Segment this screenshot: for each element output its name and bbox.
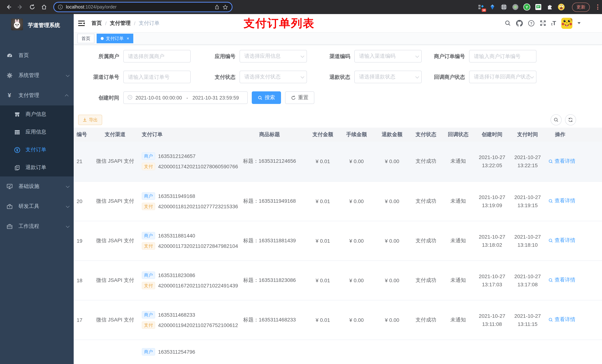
- sidebar-item-app-info[interactable]: 应用信息: [0, 123, 74, 141]
- close-icon[interactable]: ×: [127, 36, 129, 41]
- extension-recorder-icon[interactable]: [512, 3, 519, 11]
- sidebar-item-label: 系统管理: [19, 72, 60, 79]
- share-icon[interactable]: [214, 4, 220, 10]
- view-detail-link[interactable]: 查看详情: [548, 158, 575, 165]
- refund-status-select[interactable]: 请选择退款状态: [354, 71, 422, 83]
- filter-form: 所属商户 应用编号 请选择应用信息 渠道编码 请输入渠道编码 商户订单编号: [74, 45, 602, 112]
- actions-cell: 查看详情: [545, 181, 602, 221]
- pay-order-cell: 商户1635311881440 支付4200001173202110272847…: [139, 221, 232, 260]
- pay-time: 2021-10-2713:11:15: [510, 300, 545, 340]
- fullscreen-icon[interactable]: [540, 20, 546, 26]
- merchant-input[interactable]: [123, 50, 191, 62]
- sidebar-item-label: 研发工具: [19, 203, 60, 210]
- pay-tag: 支付: [142, 242, 155, 250]
- breadcrumb-home[interactable]: 首页: [91, 20, 102, 26]
- product-title: 标题：1635311823086: [232, 260, 307, 300]
- notify-status-select[interactable]: 请选择订单回调商户状态: [469, 71, 537, 83]
- view-detail-link[interactable]: 查看详情: [548, 277, 575, 283]
- filter-refund-status: 退款状态 请选择退款状态: [317, 71, 422, 83]
- sidebar-item-system[interactable]: 系统管理: [0, 65, 74, 85]
- notify-status: 未通知: [442, 181, 474, 221]
- pay-tag: 支付: [142, 203, 155, 210]
- address-bar[interactable]: localhost:1024/pay/order: [53, 2, 233, 12]
- sidebar-item-infrastructure[interactable]: 基础设施: [0, 177, 74, 197]
- forward-icon[interactable]: [16, 2, 25, 12]
- sidebar-item-dev-tools[interactable]: 研发工具: [0, 197, 74, 216]
- sidebar-item-label: 退款订单: [26, 164, 46, 171]
- github-icon[interactable]: [516, 20, 523, 26]
- actions-cell: 查看详情: [545, 300, 602, 340]
- toolbox-icon: [6, 203, 13, 209]
- browser-chrome: localhost:1024/pay/order 10 Y: [0, 0, 602, 14]
- pay-no: 4200001181202110277723215336: [158, 203, 238, 209]
- extension-emoji-icon[interactable]: [558, 3, 565, 11]
- sidebar-item-workflow[interactable]: 工作流程: [0, 216, 74, 236]
- chrome-update-button[interactable]: 更新: [572, 2, 590, 12]
- filter-pay-status: 支付状态 请选择支付状态: [203, 71, 307, 83]
- back-icon[interactable]: [4, 2, 13, 12]
- view-detail-link[interactable]: 查看详情: [548, 237, 575, 244]
- clock-icon: [127, 94, 133, 101]
- help-icon[interactable]: ?: [528, 20, 535, 26]
- search-button[interactable]: 搜索: [252, 91, 281, 104]
- url-text[interactable]: localhost:1024/pay/order: [66, 4, 211, 10]
- sidebar-item-label: 商户信息: [26, 111, 46, 118]
- create-time-range-picker[interactable]: 2021-10-01 00:00:00 - 2021-10-31 23:59:5…: [123, 91, 248, 104]
- sidebar-item-refund-order[interactable]: 退款订单: [0, 159, 74, 177]
- chevron-down-icon: [415, 54, 419, 58]
- col-pay-time: 支付时间: [510, 128, 545, 142]
- search-icon[interactable]: [505, 20, 511, 26]
- breadcrumb-section[interactable]: 支付管理: [110, 20, 131, 26]
- sidebar-item-label: 基础设施: [19, 183, 60, 190]
- sidebar-item-home[interactable]: 首页: [0, 45, 74, 65]
- merchant-tag: 商户: [142, 271, 155, 279]
- fee-amount: ¥ 0.00: [339, 221, 374, 260]
- bookmark-star-icon[interactable]: [223, 4, 228, 10]
- sidebar-item-label: 支付订单: [26, 146, 46, 153]
- user-avatar[interactable]: [561, 18, 572, 29]
- font-size-icon[interactable]: tT: [551, 20, 556, 26]
- refresh-button[interactable]: [565, 114, 576, 125]
- tag-tab-pay-order[interactable]: 支付订单 ×: [97, 34, 133, 43]
- export-button[interactable]: 导出: [78, 115, 102, 125]
- reset-button[interactable]: 重置: [285, 91, 314, 104]
- sidebar-item-pay-order[interactable]: 支付订单: [0, 141, 74, 159]
- extension-chat-icon[interactable]: [535, 3, 542, 11]
- reload-icon[interactable]: [27, 2, 37, 12]
- extension-tabs-icon[interactable]: 10: [477, 3, 485, 11]
- sidebar-fold-icon[interactable]: [77, 19, 86, 27]
- channel-order-no-input[interactable]: [123, 71, 191, 83]
- view-detail-link[interactable]: 查看详情: [548, 198, 575, 204]
- view-detail-link[interactable]: 查看详情: [548, 316, 575, 323]
- fee-amount: ¥ 0.00: [339, 181, 374, 221]
- logo-rabbit-image: [11, 19, 23, 32]
- chrome-menu-icon[interactable]: [597, 4, 598, 10]
- extension-puzzle-icon[interactable]: [546, 3, 553, 11]
- merchant-order-no-input[interactable]: [469, 50, 537, 62]
- sidebar-item-payment[interactable]: ¥ 支付管理: [0, 85, 74, 105]
- pay-channel: 微信 JSAPI 支付: [91, 260, 139, 300]
- tags-view-bar: 首页 支付订单 ×: [74, 32, 602, 45]
- app-logo[interactable]: 芋道管理系统: [0, 14, 74, 36]
- fee-amount: ¥ 0.00: [339, 300, 374, 340]
- pay-order-cell: 商户1635311823086 支付4200001167202110271022…: [139, 260, 232, 300]
- extension-gem-icon[interactable]: [489, 3, 496, 11]
- avatar-caret-icon[interactable]: [578, 22, 580, 24]
- sidebar-item-merchant-info[interactable]: 商户信息: [0, 105, 74, 123]
- pay-channel: 微信 JSAPI 支付: [91, 181, 139, 221]
- app-title: 芋道管理系统: [28, 22, 60, 29]
- home-icon[interactable]: [39, 2, 49, 12]
- chevron-down-icon: [415, 74, 419, 78]
- tag-tab-home[interactable]: 首页: [77, 34, 94, 43]
- extension-command-icon[interactable]: [500, 3, 508, 11]
- pay-status-select[interactable]: 请选择支付状态: [239, 71, 307, 83]
- actions-cell: 查看详情: [545, 142, 602, 181]
- pay-status: 支付成功: [410, 300, 442, 340]
- extension-y-icon[interactable]: Y: [523, 3, 531, 11]
- channel-code-select[interactable]: 请输入渠道编码: [354, 50, 422, 62]
- merchant-no: 1635311823086: [158, 272, 195, 278]
- page-annotation-title: 支付订单列表: [244, 16, 315, 31]
- app-select[interactable]: 请选择应用信息: [239, 50, 307, 62]
- show-search-toggle-button[interactable]: [550, 114, 562, 125]
- site-info-icon[interactable]: [58, 4, 63, 10]
